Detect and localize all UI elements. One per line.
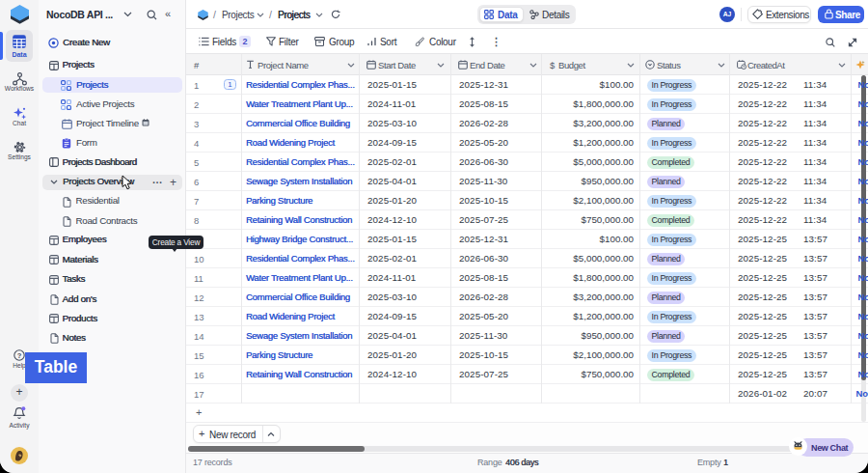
svg-text:?: ? [17, 351, 22, 360]
